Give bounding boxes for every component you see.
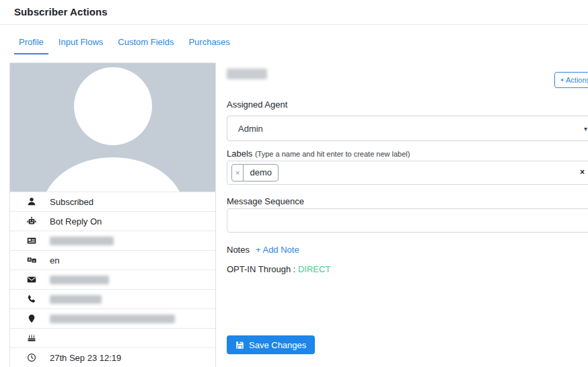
profile-row-birthday	[10, 328, 215, 348]
profile-panel: Subscribed Bot Reply On Az en	[9, 63, 216, 367]
phone-icon	[26, 294, 36, 304]
profile-row-location	[10, 309, 215, 328]
redacted-text	[50, 276, 109, 284]
assigned-agent-label: Assigned Agent	[227, 99, 588, 110]
profile-row-email	[10, 270, 215, 289]
redacted-text	[50, 237, 114, 245]
redacted-text	[50, 295, 102, 304]
save-changes-button[interactable]: Save Changes	[227, 335, 315, 354]
message-sequence-label: Message Sequence	[227, 196, 588, 206]
profile-row-phone	[10, 289, 215, 309]
id-card-icon	[26, 236, 36, 246]
tab-bar: Profile Input Flows Custom Fields Purcha…	[14, 32, 588, 54]
page-header: Subscriber Actions	[0, 0, 588, 25]
actions-button-label: Actions	[566, 76, 588, 84]
profile-row-label: Bot Reply On	[50, 216, 102, 227]
envelope-icon	[26, 275, 36, 285]
profile-row-status: Subscribed	[10, 192, 215, 211]
location-pin-icon	[26, 314, 36, 324]
labels-label-text: Labels	[227, 149, 252, 159]
optin-label: OPT-IN Through :	[227, 264, 295, 274]
profile-row-label: Subscribed	[50, 197, 94, 207]
remove-tag-icon[interactable]: ×	[232, 165, 244, 181]
notes-row: Notes + Add Note	[227, 245, 588, 255]
clear-labels-icon[interactable]: ×	[580, 167, 585, 177]
add-note-link[interactable]: + Add Note	[256, 245, 299, 255]
profile-row-subscribed-date: 27th Sep 23 12:19	[10, 348, 215, 367]
avatar-shoulders	[42, 157, 184, 192]
avatar	[10, 63, 215, 192]
tab-purchases[interactable]: Purchases	[184, 32, 234, 54]
labels-input[interactable]: × demo ×	[227, 161, 588, 185]
assigned-agent-value: Admin	[238, 124, 263, 134]
profile-row-label: 27th Sep 23 12:19	[50, 353, 121, 363]
profile-row-bot-reply: Bot Reply On	[10, 211, 215, 231]
subscriber-name-redacted	[227, 69, 267, 79]
language-icon: Az	[26, 255, 36, 266]
label-tag: × demo	[231, 164, 279, 181]
labels-hint: (Type a name and hit enter to create new…	[255, 150, 410, 158]
birthday-cake-icon	[26, 333, 36, 343]
message-sequence-input[interactable]	[227, 208, 588, 233]
user-icon	[26, 197, 36, 207]
save-icon	[235, 341, 244, 350]
actions-button[interactable]: ◂ Actions	[554, 72, 588, 88]
optin-value: DIRECT	[298, 264, 330, 274]
profile-row-label: en	[50, 255, 59, 266]
caret-left-icon: ◂	[560, 77, 563, 83]
subscriber-details: ◂ Actions Assigned Agent Admin ▾ Labels …	[222, 63, 588, 274]
content: Subscribed Bot Reply On Az en	[9, 63, 588, 367]
assigned-agent-select[interactable]: Admin ▾	[227, 116, 588, 141]
clock-icon	[26, 353, 36, 363]
page-title: Subscriber Actions	[14, 6, 574, 17]
redacted-text	[50, 315, 175, 323]
save-button-label: Save Changes	[249, 340, 306, 350]
svg-text:A: A	[28, 258, 30, 261]
optin-row: OPT-IN Through : DIRECT	[227, 264, 588, 274]
avatar-head	[74, 67, 152, 145]
tab-input-flows[interactable]: Input Flows	[54, 32, 108, 54]
tab-profile[interactable]: Profile	[14, 32, 48, 54]
robot-icon	[26, 216, 36, 227]
notes-label: Notes	[227, 245, 250, 255]
label-tag-text: demo	[244, 165, 278, 181]
tab-custom-fields[interactable]: Custom Fields	[113, 32, 178, 54]
labels-label: Labels (Type a name and hit enter to cre…	[227, 149, 588, 159]
chevron-down-icon: ▾	[584, 125, 587, 132]
profile-row-id	[10, 231, 215, 250]
profile-row-language: Az en	[10, 250, 215, 270]
